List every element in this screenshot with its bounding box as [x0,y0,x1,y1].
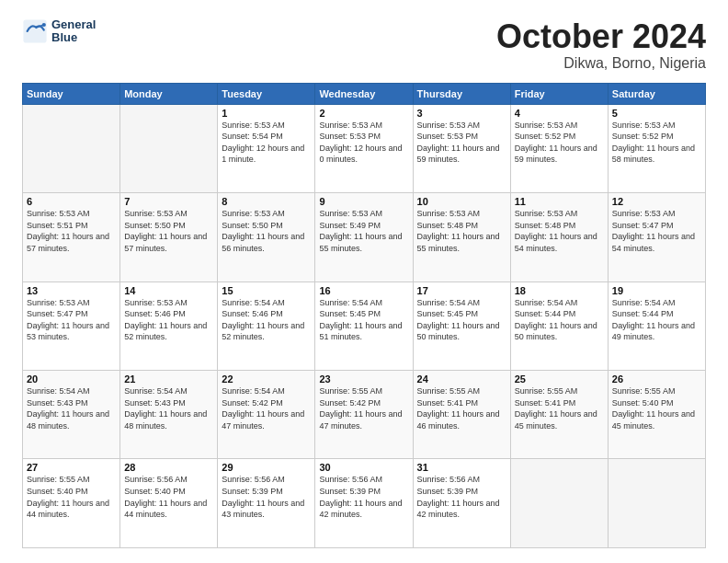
calendar-cell: 20 Sunrise: 5:54 AMSunset: 5:43 PMDaylig… [23,371,120,459]
calendar-body: 1 Sunrise: 5:53 AMSunset: 5:54 PMDayligh… [23,104,706,547]
calendar-cell [120,104,218,192]
day-info: Sunrise: 5:53 AMSunset: 5:50 PMDaylight:… [222,209,304,253]
day-info: Sunrise: 5:53 AMSunset: 5:46 PMDaylight:… [124,298,207,342]
day-info: Sunrise: 5:53 AMSunset: 5:52 PMDaylight:… [612,121,695,165]
day-info: Sunrise: 5:54 AMSunset: 5:44 PMDaylight:… [612,298,695,342]
calendar-cell: 27 Sunrise: 5:55 AMSunset: 5:40 PMDaylig… [23,459,120,548]
day-info: Sunrise: 5:53 AMSunset: 5:49 PMDaylight:… [319,209,402,253]
calendar-cell: 8 Sunrise: 5:53 AMSunset: 5:50 PMDayligh… [218,193,315,282]
day-info: Sunrise: 5:53 AMSunset: 5:53 PMDaylight:… [417,121,500,165]
calendar-cell: 10 Sunrise: 5:53 AMSunset: 5:48 PMDaylig… [413,193,510,282]
day-number: 11 [515,196,604,207]
day-info: Sunrise: 5:53 AMSunset: 5:52 PMDaylight:… [515,121,597,165]
calendar-cell: 18 Sunrise: 5:54 AMSunset: 5:44 PMDaylig… [510,282,608,370]
day-number: 2 [319,108,408,119]
calendar-cell: 25 Sunrise: 5:55 AMSunset: 5:41 PMDaylig… [510,371,608,459]
calendar-cell [510,459,608,548]
logo: General Blue [22,18,96,45]
day-info: Sunrise: 5:54 AMSunset: 5:42 PMDaylight:… [222,386,304,431]
calendar-cell: 2 Sunrise: 5:53 AMSunset: 5:53 PMDayligh… [315,104,413,192]
calendar-cell: 15 Sunrise: 5:54 AMSunset: 5:46 PMDaylig… [218,282,315,370]
calendar-row: 27 Sunrise: 5:55 AMSunset: 5:40 PMDaylig… [23,459,706,548]
calendar-cell: 6 Sunrise: 5:53 AMSunset: 5:51 PMDayligh… [23,193,120,282]
column-header-monday: Monday [120,83,218,104]
day-number: 22 [222,373,311,385]
day-number: 10 [417,196,506,207]
calendar-cell: 12 Sunrise: 5:53 AMSunset: 5:47 PMDaylig… [608,193,705,282]
day-number: 5 [612,108,701,119]
day-number: 20 [27,373,116,385]
logo-line1: General [51,18,96,31]
day-info: Sunrise: 5:55 AMSunset: 5:41 PMDaylight:… [417,386,500,431]
calendar-cell: 28 Sunrise: 5:56 AMSunset: 5:40 PMDaylig… [120,459,218,548]
column-header-sunday: Sunday [23,83,120,104]
calendar-row: 20 Sunrise: 5:54 AMSunset: 5:43 PMDaylig… [23,371,706,459]
title-block: October 2024 Dikwa, Borno, Nigeria [496,18,706,72]
day-number: 3 [417,108,506,119]
column-header-wednesday: Wednesday [315,83,413,104]
calendar-cell: 23 Sunrise: 5:55 AMSunset: 5:42 PMDaylig… [315,371,413,459]
calendar-cell [608,459,705,548]
day-number: 13 [27,285,116,296]
calendar-cell: 5 Sunrise: 5:53 AMSunset: 5:52 PMDayligh… [608,104,705,192]
day-number: 9 [319,196,408,207]
day-number: 8 [222,196,311,207]
day-number: 18 [515,285,604,296]
day-number: 24 [417,373,506,385]
day-number: 16 [319,285,408,296]
day-info: Sunrise: 5:53 AMSunset: 5:47 PMDaylight:… [27,298,109,342]
day-info: Sunrise: 5:55 AMSunset: 5:42 PMDaylight:… [319,386,402,431]
calendar-cell: 9 Sunrise: 5:53 AMSunset: 5:49 PMDayligh… [315,193,413,282]
column-header-thursday: Thursday [413,83,510,104]
calendar-cell: 26 Sunrise: 5:55 AMSunset: 5:40 PMDaylig… [608,371,705,459]
day-number: 29 [222,462,311,473]
day-number: 4 [515,108,604,119]
column-header-friday: Friday [510,83,608,104]
calendar-row: 1 Sunrise: 5:53 AMSunset: 5:54 PMDayligh… [23,104,706,192]
day-info: Sunrise: 5:56 AMSunset: 5:39 PMDaylight:… [417,475,500,519]
day-number: 19 [612,285,701,296]
day-number: 17 [417,285,506,296]
page-title: October 2024 [496,18,706,55]
header-row: SundayMondayTuesdayWednesdayThursdayFrid… [23,83,706,104]
day-number: 27 [27,462,116,473]
calendar-cell: 24 Sunrise: 5:55 AMSunset: 5:41 PMDaylig… [413,371,510,459]
day-info: Sunrise: 5:55 AMSunset: 5:41 PMDaylight:… [515,386,597,431]
day-info: Sunrise: 5:54 AMSunset: 5:45 PMDaylight:… [417,298,500,342]
page: General Blue October 2024 Dikwa, Borno, … [0,0,728,563]
day-info: Sunrise: 5:54 AMSunset: 5:43 PMDaylight:… [27,386,109,431]
day-number: 26 [612,373,701,385]
calendar-cell: 11 Sunrise: 5:53 AMSunset: 5:48 PMDaylig… [510,193,608,282]
day-number: 14 [124,285,213,296]
calendar-header: SundayMondayTuesdayWednesdayThursdayFrid… [23,83,706,104]
day-number: 25 [515,373,604,385]
calendar-cell: 7 Sunrise: 5:53 AMSunset: 5:50 PMDayligh… [120,193,218,282]
day-info: Sunrise: 5:53 AMSunset: 5:51 PMDaylight:… [27,209,109,253]
day-info: Sunrise: 5:54 AMSunset: 5:44 PMDaylight:… [515,298,597,342]
calendar-cell: 30 Sunrise: 5:56 AMSunset: 5:39 PMDaylig… [315,459,413,548]
day-number: 7 [124,196,213,207]
day-info: Sunrise: 5:53 AMSunset: 5:48 PMDaylight:… [417,209,500,253]
calendar-cell: 14 Sunrise: 5:53 AMSunset: 5:46 PMDaylig… [120,282,218,370]
calendar-cell: 13 Sunrise: 5:53 AMSunset: 5:47 PMDaylig… [23,282,120,370]
calendar-row: 13 Sunrise: 5:53 AMSunset: 5:47 PMDaylig… [23,282,706,370]
day-number: 1 [222,108,311,119]
day-info: Sunrise: 5:53 AMSunset: 5:53 PMDaylight:… [319,121,402,165]
day-info: Sunrise: 5:54 AMSunset: 5:45 PMDaylight:… [319,298,402,342]
logo-text: General Blue [51,18,96,45]
day-number: 6 [27,196,116,207]
calendar-cell: 17 Sunrise: 5:54 AMSunset: 5:45 PMDaylig… [413,282,510,370]
day-info: Sunrise: 5:56 AMSunset: 5:39 PMDaylight:… [222,475,304,519]
day-info: Sunrise: 5:56 AMSunset: 5:39 PMDaylight:… [319,475,402,519]
calendar-cell: 1 Sunrise: 5:53 AMSunset: 5:54 PMDayligh… [218,104,315,192]
logo-line2: Blue [51,31,96,44]
day-info: Sunrise: 5:55 AMSunset: 5:40 PMDaylight:… [27,475,109,519]
calendar-cell: 4 Sunrise: 5:53 AMSunset: 5:52 PMDayligh… [510,104,608,192]
day-info: Sunrise: 5:53 AMSunset: 5:47 PMDaylight:… [612,209,695,253]
day-info: Sunrise: 5:55 AMSunset: 5:40 PMDaylight:… [612,386,695,431]
calendar-cell [23,104,120,192]
day-number: 15 [222,285,311,296]
svg-point-1 [42,23,46,27]
logo-icon [22,18,48,44]
column-header-saturday: Saturday [608,83,705,104]
